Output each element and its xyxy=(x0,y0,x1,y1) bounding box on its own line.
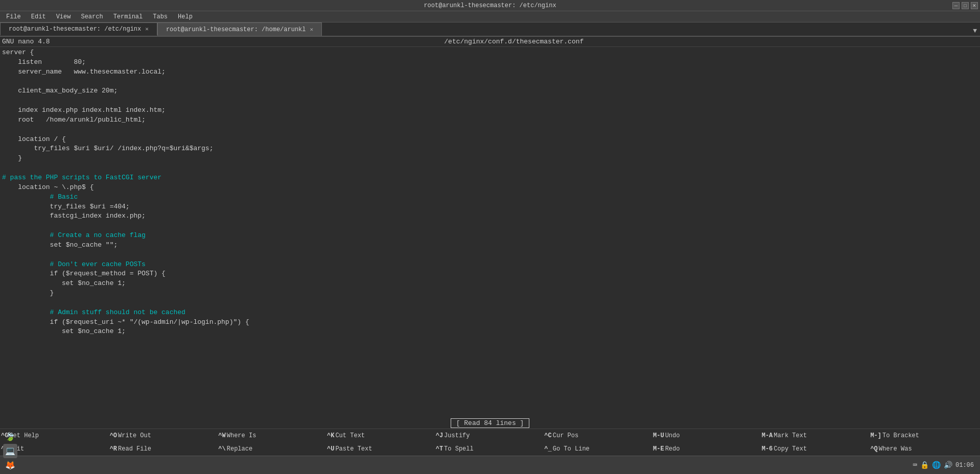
shortcut-key: ^Q xyxy=(870,445,878,453)
shortcut-label: Undo xyxy=(665,432,680,439)
code-line xyxy=(2,96,978,106)
status-message: [ Read 84 lines ] xyxy=(451,418,530,428)
taskbar: 🍃💻🦊📁📝 ⌨ 🔒 🌐 🔊 01:06 xyxy=(0,456,980,474)
shortcut-label: Redo xyxy=(665,445,680,453)
code-line: set $no_cache ""; xyxy=(2,241,978,250)
code-line: index index.php index.html index.htm; xyxy=(2,106,978,115)
shortcut-label: Replace xyxy=(227,445,252,453)
tab-expand-button[interactable]: ▼ xyxy=(970,26,980,36)
lock-icon: 🔒 xyxy=(920,461,929,469)
volume-icon: 🔊 xyxy=(944,461,952,469)
shortcut-label: Copy Text xyxy=(774,445,807,453)
tab-close-1[interactable]: ✕ xyxy=(310,26,314,33)
close-button[interactable]: ✕ xyxy=(971,2,978,9)
shortcut-item[interactable]: M-E Redo xyxy=(653,445,762,453)
shortcut-key: ^R xyxy=(110,445,118,453)
shortcut-item[interactable]: ^O Write Out xyxy=(110,432,219,439)
tab-label: root@arunkl-thesecmaster: /home/arunkl xyxy=(166,26,306,33)
title-bar: root@arunkl-thesecmaster: /etc/nginx ─ □… xyxy=(0,0,980,11)
menu-item-edit[interactable]: Edit xyxy=(27,12,50,21)
editor-area[interactable]: server { listen 80; server_name www.thes… xyxy=(0,47,980,417)
maximize-button[interactable]: □ xyxy=(962,2,969,9)
menu-item-help[interactable]: Help xyxy=(174,12,197,21)
shortcut-key: ^\ xyxy=(218,445,226,453)
taskbar-app-icon-3[interactable]: 📁 xyxy=(3,472,17,475)
shortcut-item[interactable]: ^\ Replace xyxy=(218,445,327,453)
menu-item-tabs[interactable]: Tabs xyxy=(149,12,172,21)
shortcut-row-2: ^X Exit^R Read File^\ Replace^U Paste Te… xyxy=(0,442,980,456)
tab-close-0[interactable]: ✕ xyxy=(145,26,149,32)
clock: 01:06 xyxy=(955,462,974,469)
minimize-button[interactable]: ─ xyxy=(952,2,960,9)
shortcut-item[interactable]: ^Q Where Was xyxy=(870,445,979,453)
taskbar-app-icon-2[interactable]: 🦊 xyxy=(3,458,17,472)
shortcut-key: ^O xyxy=(110,432,118,439)
shortcut-item[interactable]: M-6 Copy Text xyxy=(762,445,871,453)
code-line: fastcgi_index index.php; xyxy=(2,211,978,221)
tab-label: root@arunkl-thesecmaster: /etc/nginx xyxy=(9,26,141,33)
code-line xyxy=(2,250,978,260)
shortcut-label: Mark Text xyxy=(774,432,807,439)
shortcut-label: Go To Line xyxy=(553,445,590,453)
shortcut-label: Cur Pos xyxy=(553,432,578,439)
shortcut-item[interactable]: ^J Justify xyxy=(436,432,545,439)
shortcut-key: ^T xyxy=(436,445,444,453)
code-line: listen 80; xyxy=(2,58,978,67)
shortcut-item[interactable]: ^U Paste Text xyxy=(327,445,436,453)
code-line: client_max_body_size 20m; xyxy=(2,86,978,96)
tab-1[interactable]: root@arunkl-thesecmaster: /home/arunkl✕ xyxy=(157,22,322,36)
menu-item-file[interactable]: File xyxy=(2,12,25,21)
window-title: root@arunkl-thesecmaster: /etc/nginx xyxy=(424,2,556,9)
menu-item-search[interactable]: Search xyxy=(77,12,107,21)
code-line: location / { xyxy=(2,135,978,145)
menu-item-terminal[interactable]: Terminal xyxy=(109,12,147,21)
shortcut-key: ^K xyxy=(327,432,335,439)
shortcut-label: Paste Text xyxy=(335,445,372,453)
code-line xyxy=(2,77,978,87)
taskbar-app-icon-0[interactable]: 🍃 xyxy=(3,430,17,444)
shortcut-item[interactable]: ^W Where Is xyxy=(218,432,327,439)
shortcut-key: M-U xyxy=(653,432,665,439)
shortcut-item[interactable]: M-U Undo xyxy=(653,432,762,439)
code-line: root /home/arunkl/public_html; xyxy=(2,115,978,125)
code-line: # pass the PHP scripts to FastCGI server xyxy=(2,173,978,183)
shortcut-item[interactable]: M-] To Bracket xyxy=(870,432,979,439)
code-line: try_files $uri $uri/ /index.php?q=$uri&$… xyxy=(2,144,978,154)
nano-header: GNU nano 4.8 /etc/nginx/conf.d/thesecmas… xyxy=(0,37,980,47)
shortcut-key: ^_ xyxy=(544,445,552,453)
menu-bar: FileEditViewSearchTerminalTabsHelp xyxy=(0,11,980,22)
code-line: set $no_cache 1; xyxy=(2,327,978,337)
code-line: set $no_cache 1; xyxy=(2,279,978,289)
shortcut-item[interactable]: ^T To Spell xyxy=(436,445,545,453)
code-line: location ~ \.php$ { xyxy=(2,183,978,193)
taskbar-app-icon-1[interactable]: 💻 xyxy=(3,444,17,458)
shortcut-key: M-] xyxy=(870,432,882,439)
shortcut-label: Read File xyxy=(118,445,151,453)
shortcut-item[interactable]: ^_ Go To Line xyxy=(544,445,653,453)
network-icon: 🌐 xyxy=(932,461,941,469)
shortcut-item[interactable]: ^C Cur Pos xyxy=(544,432,653,439)
shortcut-key: ^J xyxy=(436,432,444,439)
shortcut-bar: ^G Get Help^O Write Out^W Where Is^K Cut… xyxy=(0,429,980,456)
shortcut-item[interactable]: ^K Cut Text xyxy=(327,432,436,439)
code-line: if ($request_method = POST) { xyxy=(2,269,978,279)
shortcut-row-1: ^G Get Help^O Write Out^W Where Is^K Cut… xyxy=(0,429,980,442)
shortcut-key: M-A xyxy=(762,432,774,439)
shortcut-item[interactable]: M-A Mark Text xyxy=(762,432,871,439)
shortcut-label: To Spell xyxy=(444,445,474,453)
window-controls: ─ □ ✕ xyxy=(952,2,978,9)
taskbar-right: ⌨ 🔒 🌐 🔊 01:06 xyxy=(913,461,978,469)
code-line: # Don't ever cache POSTs xyxy=(2,260,978,270)
shortcut-item[interactable]: ^R Read File xyxy=(110,445,219,453)
shortcut-label: Where Was xyxy=(879,445,912,453)
status-bar: [ Read 84 lines ] xyxy=(0,417,980,429)
menu-item-view[interactable]: View xyxy=(52,12,75,21)
file-path: /etc/nginx/conf.d/thesecmaster.conf xyxy=(50,38,978,45)
taskbar-icons: 🍃💻🦊📁📝 xyxy=(2,430,18,475)
shortcut-label: Write Out xyxy=(118,432,151,439)
tab-0[interactable]: root@arunkl-thesecmaster: /etc/nginx✕ xyxy=(0,22,157,36)
tab-bar: root@arunkl-thesecmaster: /etc/nginx✕roo… xyxy=(0,22,980,37)
code-line: # Basic xyxy=(2,193,978,202)
shortcut-label: Justify xyxy=(444,432,470,439)
code-line xyxy=(2,298,978,308)
